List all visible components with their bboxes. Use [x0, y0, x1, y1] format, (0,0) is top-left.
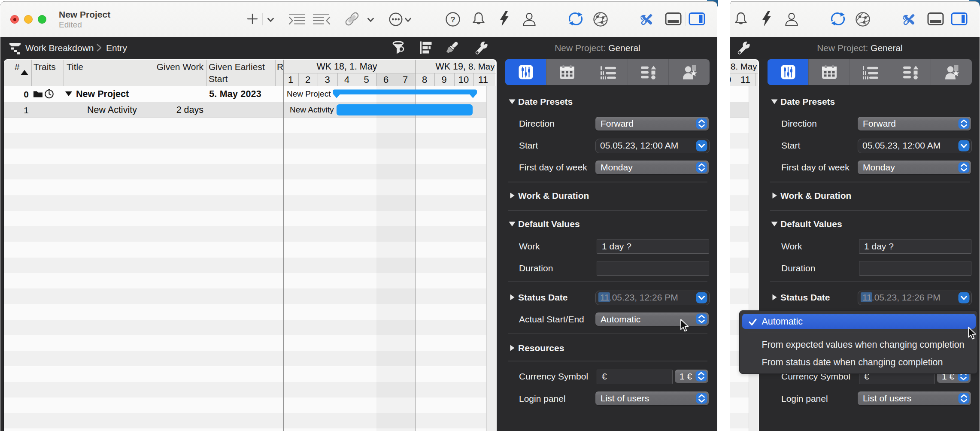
svg-text:?: ?: [450, 15, 455, 24]
